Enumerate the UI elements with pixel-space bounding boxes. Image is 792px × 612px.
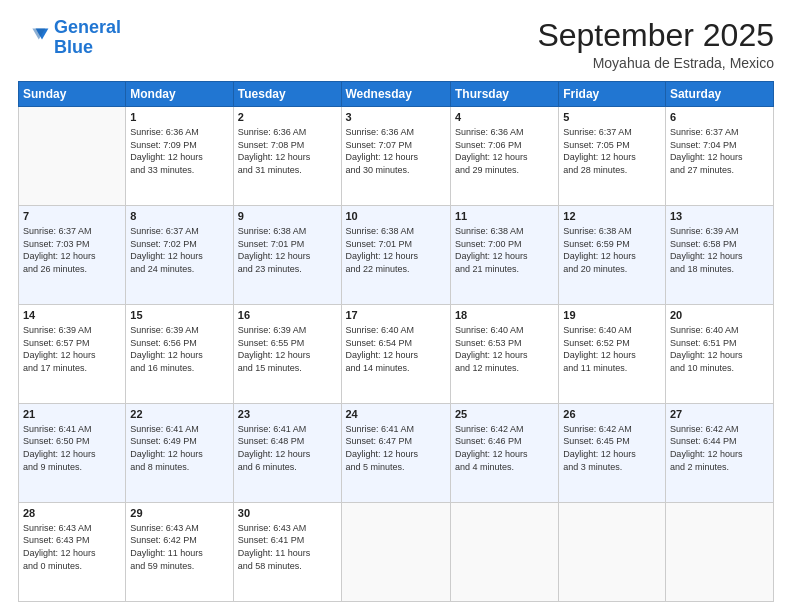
calendar-cell: 11Sunrise: 6:38 AM Sunset: 7:00 PM Dayli… xyxy=(450,206,558,305)
day-number: 14 xyxy=(23,308,121,323)
calendar-cell: 27Sunrise: 6:42 AM Sunset: 6:44 PM Dayli… xyxy=(665,404,773,503)
cell-info: Sunrise: 6:36 AM Sunset: 7:06 PM Dayligh… xyxy=(455,126,554,176)
cell-info: Sunrise: 6:39 AM Sunset: 6:57 PM Dayligh… xyxy=(23,324,121,374)
cell-info: Sunrise: 6:43 AM Sunset: 6:43 PM Dayligh… xyxy=(23,522,121,572)
cell-info: Sunrise: 6:42 AM Sunset: 6:44 PM Dayligh… xyxy=(670,423,769,473)
logo-line2: Blue xyxy=(54,37,93,57)
month-title: September 2025 xyxy=(537,18,774,53)
day-number: 13 xyxy=(670,209,769,224)
day-number: 29 xyxy=(130,506,228,521)
calendar-cell xyxy=(665,503,773,602)
day-number: 24 xyxy=(346,407,446,422)
day-number: 5 xyxy=(563,110,661,125)
calendar-cell: 25Sunrise: 6:42 AM Sunset: 6:46 PM Dayli… xyxy=(450,404,558,503)
logo: General Blue xyxy=(18,18,121,58)
day-number: 27 xyxy=(670,407,769,422)
calendar-cell: 20Sunrise: 6:40 AM Sunset: 6:51 PM Dayli… xyxy=(665,305,773,404)
cell-info: Sunrise: 6:37 AM Sunset: 7:05 PM Dayligh… xyxy=(563,126,661,176)
cell-info: Sunrise: 6:40 AM Sunset: 6:54 PM Dayligh… xyxy=(346,324,446,374)
day-number: 11 xyxy=(455,209,554,224)
logo-line1: General xyxy=(54,17,121,37)
day-number: 25 xyxy=(455,407,554,422)
cell-info: Sunrise: 6:40 AM Sunset: 6:53 PM Dayligh… xyxy=(455,324,554,374)
cell-info: Sunrise: 6:36 AM Sunset: 7:08 PM Dayligh… xyxy=(238,126,337,176)
calendar-cell: 5Sunrise: 6:37 AM Sunset: 7:05 PM Daylig… xyxy=(559,107,666,206)
calendar-cell xyxy=(19,107,126,206)
calendar-cell xyxy=(559,503,666,602)
calendar-cell: 17Sunrise: 6:40 AM Sunset: 6:54 PM Dayli… xyxy=(341,305,450,404)
calendar-cell: 14Sunrise: 6:39 AM Sunset: 6:57 PM Dayli… xyxy=(19,305,126,404)
day-number: 18 xyxy=(455,308,554,323)
day-number: 4 xyxy=(455,110,554,125)
day-number: 9 xyxy=(238,209,337,224)
day-header-tuesday: Tuesday xyxy=(233,82,341,107)
header: General Blue September 2025 Moyahua de E… xyxy=(18,18,774,71)
location: Moyahua de Estrada, Mexico xyxy=(537,55,774,71)
calendar-cell: 16Sunrise: 6:39 AM Sunset: 6:55 PM Dayli… xyxy=(233,305,341,404)
day-number: 21 xyxy=(23,407,121,422)
page: General Blue September 2025 Moyahua de E… xyxy=(0,0,792,612)
calendar-cell: 29Sunrise: 6:43 AM Sunset: 6:42 PM Dayli… xyxy=(126,503,233,602)
calendar-cell: 21Sunrise: 6:41 AM Sunset: 6:50 PM Dayli… xyxy=(19,404,126,503)
cell-info: Sunrise: 6:41 AM Sunset: 6:49 PM Dayligh… xyxy=(130,423,228,473)
calendar-cell: 23Sunrise: 6:41 AM Sunset: 6:48 PM Dayli… xyxy=(233,404,341,503)
cell-info: Sunrise: 6:42 AM Sunset: 6:46 PM Dayligh… xyxy=(455,423,554,473)
cell-info: Sunrise: 6:36 AM Sunset: 7:09 PM Dayligh… xyxy=(130,126,228,176)
cell-info: Sunrise: 6:39 AM Sunset: 6:58 PM Dayligh… xyxy=(670,225,769,275)
calendar-cell: 18Sunrise: 6:40 AM Sunset: 6:53 PM Dayli… xyxy=(450,305,558,404)
cell-info: Sunrise: 6:38 AM Sunset: 7:01 PM Dayligh… xyxy=(346,225,446,275)
day-number: 17 xyxy=(346,308,446,323)
calendar-cell: 10Sunrise: 6:38 AM Sunset: 7:01 PM Dayli… xyxy=(341,206,450,305)
day-number: 30 xyxy=(238,506,337,521)
day-number: 8 xyxy=(130,209,228,224)
day-number: 20 xyxy=(670,308,769,323)
cell-info: Sunrise: 6:38 AM Sunset: 7:01 PM Dayligh… xyxy=(238,225,337,275)
calendar-cell: 4Sunrise: 6:36 AM Sunset: 7:06 PM Daylig… xyxy=(450,107,558,206)
cell-info: Sunrise: 6:41 AM Sunset: 6:50 PM Dayligh… xyxy=(23,423,121,473)
calendar-cell: 2Sunrise: 6:36 AM Sunset: 7:08 PM Daylig… xyxy=(233,107,341,206)
day-header-thursday: Thursday xyxy=(450,82,558,107)
cell-info: Sunrise: 6:41 AM Sunset: 6:47 PM Dayligh… xyxy=(346,423,446,473)
cell-info: Sunrise: 6:40 AM Sunset: 6:52 PM Dayligh… xyxy=(563,324,661,374)
calendar-cell: 24Sunrise: 6:41 AM Sunset: 6:47 PM Dayli… xyxy=(341,404,450,503)
day-number: 22 xyxy=(130,407,228,422)
day-number: 23 xyxy=(238,407,337,422)
calendar-cell: 1Sunrise: 6:36 AM Sunset: 7:09 PM Daylig… xyxy=(126,107,233,206)
calendar-cell: 22Sunrise: 6:41 AM Sunset: 6:49 PM Dayli… xyxy=(126,404,233,503)
day-number: 1 xyxy=(130,110,228,125)
cell-info: Sunrise: 6:39 AM Sunset: 6:56 PM Dayligh… xyxy=(130,324,228,374)
cell-info: Sunrise: 6:43 AM Sunset: 6:41 PM Dayligh… xyxy=(238,522,337,572)
cell-info: Sunrise: 6:38 AM Sunset: 7:00 PM Dayligh… xyxy=(455,225,554,275)
cell-info: Sunrise: 6:37 AM Sunset: 7:02 PM Dayligh… xyxy=(130,225,228,275)
day-header-monday: Monday xyxy=(126,82,233,107)
cell-info: Sunrise: 6:37 AM Sunset: 7:04 PM Dayligh… xyxy=(670,126,769,176)
day-header-friday: Friday xyxy=(559,82,666,107)
calendar-cell: 3Sunrise: 6:36 AM Sunset: 7:07 PM Daylig… xyxy=(341,107,450,206)
calendar-cell: 12Sunrise: 6:38 AM Sunset: 6:59 PM Dayli… xyxy=(559,206,666,305)
day-number: 7 xyxy=(23,209,121,224)
calendar-cell xyxy=(341,503,450,602)
logo-icon xyxy=(18,22,50,54)
calendar-cell: 30Sunrise: 6:43 AM Sunset: 6:41 PM Dayli… xyxy=(233,503,341,602)
day-number: 15 xyxy=(130,308,228,323)
logo-text: General Blue xyxy=(54,18,121,58)
day-number: 16 xyxy=(238,308,337,323)
calendar-cell: 9Sunrise: 6:38 AM Sunset: 7:01 PM Daylig… xyxy=(233,206,341,305)
cell-info: Sunrise: 6:39 AM Sunset: 6:55 PM Dayligh… xyxy=(238,324,337,374)
cell-info: Sunrise: 6:40 AM Sunset: 6:51 PM Dayligh… xyxy=(670,324,769,374)
calendar-cell: 19Sunrise: 6:40 AM Sunset: 6:52 PM Dayli… xyxy=(559,305,666,404)
calendar-cell: 8Sunrise: 6:37 AM Sunset: 7:02 PM Daylig… xyxy=(126,206,233,305)
calendar: SundayMondayTuesdayWednesdayThursdayFrid… xyxy=(18,81,774,602)
day-number: 28 xyxy=(23,506,121,521)
cell-info: Sunrise: 6:38 AM Sunset: 6:59 PM Dayligh… xyxy=(563,225,661,275)
cell-info: Sunrise: 6:41 AM Sunset: 6:48 PM Dayligh… xyxy=(238,423,337,473)
cell-info: Sunrise: 6:37 AM Sunset: 7:03 PM Dayligh… xyxy=(23,225,121,275)
day-number: 3 xyxy=(346,110,446,125)
calendar-cell: 13Sunrise: 6:39 AM Sunset: 6:58 PM Dayli… xyxy=(665,206,773,305)
title-area: September 2025 Moyahua de Estrada, Mexic… xyxy=(537,18,774,71)
day-number: 2 xyxy=(238,110,337,125)
day-header-wednesday: Wednesday xyxy=(341,82,450,107)
cell-info: Sunrise: 6:43 AM Sunset: 6:42 PM Dayligh… xyxy=(130,522,228,572)
day-number: 19 xyxy=(563,308,661,323)
calendar-cell: 26Sunrise: 6:42 AM Sunset: 6:45 PM Dayli… xyxy=(559,404,666,503)
